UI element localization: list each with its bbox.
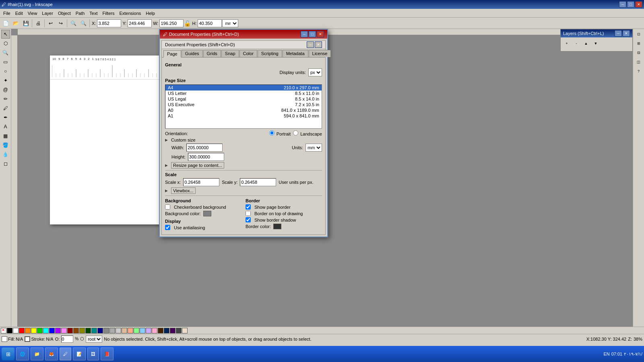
color-red[interactable]	[19, 328, 25, 333]
node-tool[interactable]: ⬡	[1, 39, 10, 48]
tab-color[interactable]: Color	[239, 50, 257, 57]
color-orange[interactable]	[25, 328, 31, 333]
layers-del[interactable]: -	[572, 39, 581, 48]
star-tool[interactable]: ✦	[1, 76, 10, 85]
color-purple[interactable]	[55, 328, 61, 333]
start-button[interactable]: ⊞	[2, 348, 14, 360]
layers-close[interactable]: ✕	[623, 30, 630, 37]
color-gray2[interactable]	[109, 328, 115, 333]
select-tool[interactable]: ↖	[1, 30, 10, 39]
ps-a0[interactable]: A0 841.0 x 1189.0 mm	[165, 107, 322, 113]
dialog-title-bar[interactable]: 🖊 Document Properties (Shift+Ctrl+D) ─ □…	[160, 30, 327, 39]
zoom-tool[interactable]: 🔍	[1, 48, 10, 57]
menu-view[interactable]: View	[25, 10, 40, 16]
inner-min[interactable]: ─	[307, 41, 314, 48]
border-color-swatch[interactable]	[273, 224, 281, 229]
y-input[interactable]	[128, 19, 152, 27]
eraser-tool[interactable]: ◻	[1, 159, 10, 168]
color-cyan[interactable]	[43, 328, 49, 333]
menu-edit[interactable]: Edit	[13, 10, 25, 16]
color-skyblue[interactable]	[140, 328, 145, 333]
menu-object[interactable]: Object	[56, 10, 73, 16]
color-gray3[interactable]	[116, 328, 121, 333]
tab-snap[interactable]: Snap	[221, 50, 239, 57]
units-select[interactable]: mm	[222, 19, 238, 27]
border-on-top-checkbox[interactable]	[246, 211, 251, 216]
menu-extensions[interactable]: Extensions	[117, 10, 143, 16]
inner-close[interactable]: ✕	[315, 41, 322, 48]
x-input[interactable]	[97, 19, 121, 27]
menu-text[interactable]: Text	[87, 10, 100, 16]
snap-btn-2[interactable]: ⊞	[634, 39, 643, 48]
text-tool[interactable]: A	[1, 122, 10, 131]
dialog-min[interactable]: ─	[301, 31, 308, 37]
tab-license[interactable]: License	[309, 50, 331, 57]
color-rose[interactable]	[152, 328, 157, 333]
color-beige[interactable]	[182, 328, 188, 333]
scale-x-input[interactable]	[183, 178, 219, 186]
w-input[interactable]	[159, 19, 184, 27]
gradient-tool[interactable]: ▦	[1, 132, 10, 140]
color-brown[interactable]	[73, 328, 79, 333]
color-navy[interactable]	[97, 328, 103, 333]
color-gray1[interactable]	[103, 328, 109, 333]
height-input[interactable]	[188, 153, 224, 161]
portrait-radio[interactable]	[269, 130, 275, 136]
taskbar-chrome[interactable]: 🌐	[16, 348, 29, 360]
color-black[interactable]	[7, 328, 12, 333]
lock-icon[interactable]: 🔓	[184, 20, 191, 27]
taskbar-photos[interactable]: 🖼	[87, 348, 99, 360]
snap-btn-5[interactable]: ?	[634, 67, 643, 76]
tab-grids[interactable]: Grids	[203, 50, 221, 57]
bg-color-swatch[interactable]	[203, 211, 211, 216]
custom-units-select[interactable]: mm	[305, 144, 322, 152]
checkerboard-checkbox[interactable]	[165, 204, 170, 210]
color-lavender[interactable]	[146, 328, 151, 333]
ps-usletter[interactable]: US Letter 8.5 x 11.0 in	[165, 90, 322, 96]
color-tan[interactable]	[122, 328, 127, 333]
layers-add[interactable]: +	[562, 39, 571, 48]
width-input[interactable]	[186, 144, 223, 152]
color-pink[interactable]	[61, 328, 67, 333]
spiral-tool[interactable]: @	[1, 85, 10, 94]
undo-button[interactable]: ↩	[46, 19, 56, 28]
zoom-in-button[interactable]: 🔍	[68, 19, 78, 28]
color-darkgreen[interactable]	[85, 328, 91, 333]
open-button[interactable]: 📂	[11, 19, 21, 28]
pen-tool[interactable]: 🖊	[1, 104, 10, 113]
landscape-radio[interactable]	[293, 130, 298, 136]
dialog-max[interactable]: □	[309, 31, 316, 37]
print-button[interactable]: 🖨	[33, 19, 43, 28]
color-darkred[interactable]	[67, 328, 73, 333]
menu-layer[interactable]: Layer	[39, 10, 56, 16]
color-darkblue[interactable]	[164, 328, 169, 333]
display-units-select[interactable]: px	[308, 68, 322, 76]
h-input[interactable]	[198, 19, 222, 27]
taskbar-inkscape[interactable]: 🖊	[60, 348, 71, 360]
ps-usexec[interactable]: US Executive 7.2 x 10.5 in	[165, 102, 322, 107]
minimize-button[interactable]: ─	[619, 1, 626, 8]
callig-tool[interactable]: ✒	[1, 113, 10, 122]
new-button[interactable]: 📄	[1, 19, 10, 28]
snap-btn-1[interactable]: ⊡	[634, 30, 643, 39]
color-none[interactable]: ✕	[1, 328, 6, 333]
layers-down[interactable]: ▼	[591, 39, 600, 48]
color-darkbrown[interactable]	[158, 328, 163, 333]
color-salmon[interactable]	[128, 328, 133, 333]
menu-path[interactable]: Path	[73, 10, 87, 16]
viewbox-button[interactable]: Viewbox...	[171, 187, 196, 194]
layer-select[interactable]: root	[86, 335, 102, 343]
color-teal[interactable]	[91, 328, 97, 333]
viewbox-arrow[interactable]: ▶	[165, 189, 168, 193]
ps-a1[interactable]: A1 594.0 x 841.0 mm	[165, 113, 322, 119]
dialog-close[interactable]: ✕	[317, 31, 324, 37]
ps-uslegal[interactable]: US Legal 8.5 x 14.0 in	[165, 96, 322, 102]
landscape-label[interactable]: Landscape	[293, 130, 322, 136]
rect-tool[interactable]: ▭	[1, 58, 10, 66]
tab-page[interactable]: Page	[163, 50, 181, 58]
custom-size-arrow[interactable]: ▶	[165, 138, 168, 142]
snap-btn-4[interactable]: ◫	[634, 58, 643, 66]
taskbar-notepad[interactable]: 📝	[73, 348, 86, 360]
taskbar-folder[interactable]: 📁	[31, 348, 43, 360]
layers-min[interactable]: ─	[615, 30, 622, 37]
